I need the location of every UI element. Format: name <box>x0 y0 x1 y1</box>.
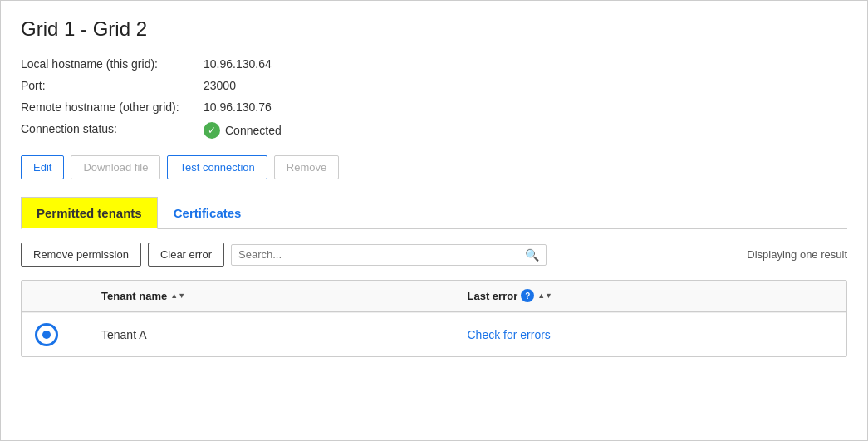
page-title: Grid 1 - Grid 2 <box>21 17 847 41</box>
tab-permitted-tenants[interactable]: Permitted tenants <box>21 197 158 229</box>
sort-arrows-last-error[interactable]: ▲▼ <box>537 292 552 300</box>
table-row: Tenant A Check for errors <box>22 312 846 356</box>
remove-permission-button[interactable]: Remove permission <box>21 243 141 267</box>
tenant-last-error-cell: Check for errors <box>468 328 834 341</box>
col-last-error: Last error ? ▲▼ <box>468 289 834 302</box>
tab-certificates[interactable]: Certificates <box>158 197 257 229</box>
tab-content-permitted-tenants: Remove permission Clear error 🔍 Displayi… <box>21 229 847 370</box>
remote-hostname-label: Remote hostname (other grid): <box>21 100 204 114</box>
remote-hostname-value: 10.96.130.76 <box>204 100 847 114</box>
table-container: Tenant name ▲▼ Last error ? ▲▼ Tenant A <box>21 280 847 357</box>
tenant-icon-inner <box>42 331 51 339</box>
connection-status-label: Connection status: <box>21 122 204 139</box>
sort-arrows-tenant[interactable]: ▲▼ <box>170 292 185 300</box>
check-errors-link[interactable]: Check for errors <box>468 328 551 341</box>
edit-button[interactable]: Edit <box>21 155 64 179</box>
connection-status-row: ✓ Connected <box>204 122 847 139</box>
search-box: 🔍 <box>231 244 547 266</box>
local-hostname-label: Local hostname (this grid): <box>21 57 204 71</box>
tenant-icon <box>35 323 58 346</box>
col-tenant-name: Tenant name ▲▼ <box>101 290 468 302</box>
toolbar: Remove permission Clear error 🔍 Displayi… <box>21 243 847 267</box>
last-error-help-icon[interactable]: ? <box>521 289 534 302</box>
tenant-name: Tenant A <box>101 328 468 341</box>
remove-button[interactable]: Remove <box>274 155 339 179</box>
port-value: 23000 <box>204 79 847 92</box>
search-input[interactable] <box>238 248 525 261</box>
action-buttons: Edit Download file Test connection Remov… <box>21 155 847 179</box>
clear-error-button[interactable]: Clear error <box>148 243 224 267</box>
tabs-container: Permitted tenants Certificates <box>21 196 847 229</box>
table-header: Tenant name ▲▼ Last error ? ▲▼ <box>22 281 846 312</box>
tenant-icon-cell <box>35 323 101 346</box>
local-hostname-value: 10.96.130.64 <box>204 57 847 71</box>
search-icon: 🔍 <box>525 248 539 262</box>
download-file-button[interactable]: Download file <box>71 155 160 179</box>
test-connection-button[interactable]: Test connection <box>167 155 267 179</box>
port-label: Port: <box>21 79 204 92</box>
connected-icon: ✓ <box>204 122 220 139</box>
connection-status-value: Connected <box>225 124 282 137</box>
display-count: Displaying one result <box>747 248 847 261</box>
